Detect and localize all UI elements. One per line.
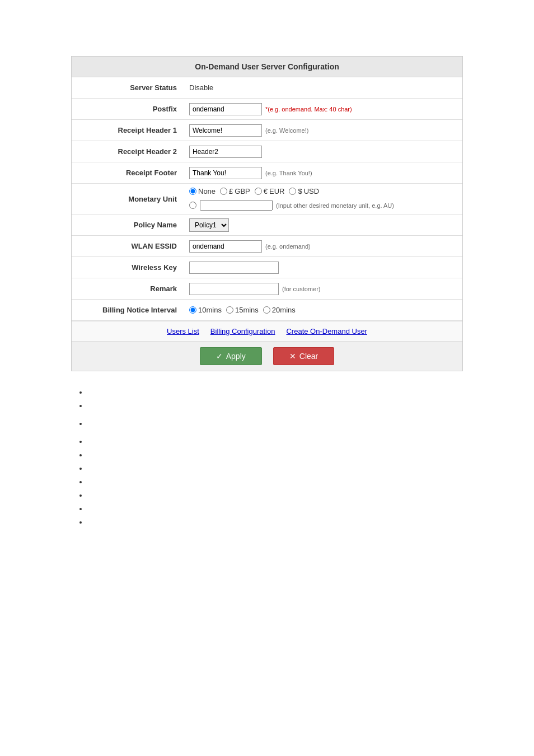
- list-item: [88, 505, 463, 514]
- wireless-key-label: Wireless Key: [72, 259, 184, 276]
- billing-15-radio[interactable]: [226, 306, 233, 314]
- list-item: [88, 491, 463, 500]
- monetary-gbp-radio[interactable]: [220, 188, 227, 195]
- monetary-eur-radio[interactable]: [255, 188, 262, 195]
- users-list-link[interactable]: Users List: [167, 327, 199, 335]
- receipt-header1-row: Receipt Header 1 (e.g. Welcome!): [72, 120, 462, 141]
- billing-10-option[interactable]: 10mins: [189, 306, 222, 314]
- billing-10-label: 10mins: [198, 306, 222, 314]
- postfix-value: *(e.g. ondemand. Max: 40 char): [184, 100, 462, 119]
- links-row: Users List Billing Configuration Create …: [72, 321, 462, 341]
- wlan-essid-label: WLAN ESSID: [72, 237, 184, 255]
- list-item: [88, 437, 463, 446]
- server-status-row: Server Status Disable: [72, 77, 462, 99]
- policy-name-select[interactable]: Policy1: [189, 218, 229, 232]
- monetary-other-input[interactable]: [200, 200, 273, 211]
- server-status-label: Server Status: [72, 79, 184, 96]
- wireless-key-value: [184, 258, 462, 277]
- list-item: [88, 464, 463, 473]
- postfix-label: Postfix: [72, 100, 184, 118]
- receipt-footer-input[interactable]: [189, 167, 262, 179]
- billing-radio-group: 10mins 15mins 20mins: [189, 306, 296, 314]
- monetary-other-row: (Input other desired monetary unit, e.g.…: [189, 200, 457, 211]
- create-user-link[interactable]: Create On-Demand User: [286, 327, 367, 335]
- remark-row: Remark (for customer): [72, 278, 462, 300]
- server-status-text: Disable: [189, 83, 213, 92]
- receipt-footer-row: Receipt Footer (e.g. Thank You!): [72, 162, 462, 184]
- server-status-value: Disable: [184, 80, 462, 95]
- receipt-footer-value: (e.g. Thank You!): [184, 164, 462, 183]
- billing-config-link[interactable]: Billing Configuration: [210, 327, 275, 335]
- monetary-eur-label: EUR: [269, 187, 284, 195]
- billing-20-option[interactable]: 20mins: [263, 306, 296, 314]
- list-item: [88, 518, 463, 527]
- receipt-header1-hint: (e.g. Welcome!): [265, 127, 308, 134]
- gbp-symbol: £: [229, 187, 233, 195]
- billing-20-radio[interactable]: [263, 306, 270, 314]
- receipt-header1-value: (e.g. Welcome!): [184, 121, 462, 140]
- monetary-none-radio[interactable]: [189, 188, 196, 195]
- monetary-usd-option[interactable]: $ USD: [289, 187, 319, 195]
- list-item: [88, 402, 463, 410]
- monetary-other-radio[interactable]: [189, 202, 196, 209]
- billing-10-radio[interactable]: [189, 306, 196, 314]
- billing-15-option[interactable]: 15mins: [226, 306, 259, 314]
- receipt-header1-input[interactable]: [189, 124, 262, 137]
- list-item: [88, 419, 463, 428]
- receipt-header1-label: Receipt Header 1: [72, 122, 184, 139]
- table-title: On-Demand User Server Configuration: [72, 57, 462, 77]
- monetary-eur-option[interactable]: € EUR: [255, 187, 285, 195]
- receipt-footer-hint: (e.g. Thank You!): [265, 170, 312, 176]
- list-item: [88, 478, 463, 487]
- x-icon: ✕: [289, 352, 296, 361]
- monetary-usd-label: USD: [304, 187, 319, 195]
- receipt-footer-label: Receipt Footer: [72, 164, 184, 181]
- receipt-header2-input[interactable]: [189, 146, 262, 158]
- apply-label: Apply: [226, 352, 246, 361]
- receipt-header2-value: [184, 142, 462, 161]
- monetary-radio-group: None £ GBP € EUR $ USD: [189, 187, 457, 195]
- postfix-row: Postfix *(e.g. ondemand. Max: 40 char): [72, 99, 462, 120]
- wlan-essid-hint: (e.g. ondemand): [265, 243, 311, 250]
- monetary-usd-radio[interactable]: [289, 188, 296, 195]
- billing-interval-label: Billing Notice Interval: [72, 301, 184, 319]
- monetary-gbp-option[interactable]: £ GBP: [220, 187, 250, 195]
- monetary-unit-label: Monetary Unit: [72, 190, 184, 208]
- wlan-essid-input[interactable]: [189, 240, 262, 253]
- billing-interval-row: Billing Notice Interval 10mins 15mins 20…: [72, 300, 462, 321]
- wireless-key-input[interactable]: [189, 262, 279, 274]
- clear-button[interactable]: ✕ Clear: [273, 347, 334, 365]
- wlan-essid-row: WLAN ESSID (e.g. ondemand): [72, 236, 462, 257]
- billing-20-label: 20mins: [272, 306, 296, 314]
- monetary-gbp-label: GBP: [235, 187, 250, 195]
- list-item: [88, 388, 463, 397]
- policy-name-label: Policy Name: [72, 216, 184, 234]
- monetary-none-option[interactable]: None: [189, 187, 216, 195]
- list-item: [88, 451, 463, 460]
- remark-hint: (for customer): [282, 286, 320, 292]
- buttons-row: ✓ Apply ✕ Clear: [72, 341, 462, 371]
- apply-button[interactable]: ✓ Apply: [200, 347, 262, 365]
- eur-symbol: €: [264, 187, 268, 195]
- wireless-key-row: Wireless Key: [72, 257, 462, 278]
- checkmark-icon: ✓: [216, 352, 223, 361]
- remark-input[interactable]: [189, 283, 279, 295]
- usd-symbol: $: [298, 187, 302, 195]
- postfix-hint: *(e.g. ondemand. Max: 40 char): [265, 106, 352, 113]
- remark-value: (for customer): [184, 279, 462, 298]
- wlan-essid-value: (e.g. ondemand): [184, 237, 462, 256]
- config-table: On-Demand User Server Configuration Serv…: [71, 56, 463, 371]
- billing-interval-value: 10mins 15mins 20mins: [184, 302, 462, 318]
- page-title: On-Demand User Server Configuration: [195, 62, 339, 71]
- monetary-unit-row: Monetary Unit None £ GBP €: [72, 184, 462, 214]
- monetary-unit-value: None £ GBP € EUR $ USD: [184, 184, 462, 214]
- policy-name-value: Policy1: [184, 215, 462, 235]
- monetary-none-label: None: [198, 187, 216, 195]
- remark-label: Remark: [72, 280, 184, 297]
- clear-label: Clear: [299, 352, 318, 361]
- monetary-other-hint: (Input other desired monetary unit, e.g.…: [276, 202, 394, 209]
- policy-name-row: Policy Name Policy1: [72, 214, 462, 236]
- postfix-input[interactable]: [189, 103, 262, 115]
- billing-15-label: 15mins: [235, 306, 259, 314]
- receipt-header2-label: Receipt Header 2: [72, 143, 184, 160]
